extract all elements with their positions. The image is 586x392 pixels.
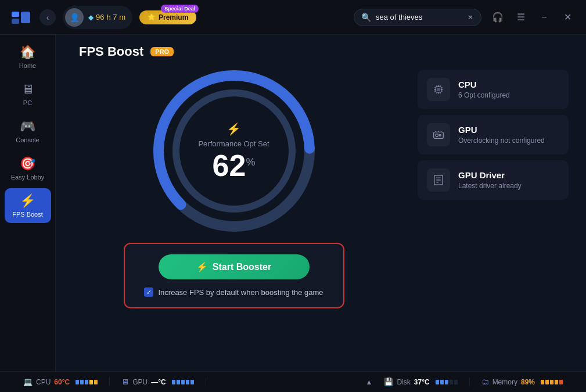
disk-status: 💾 Disk 37°C <box>372 377 469 386</box>
increase-fps-checkbox[interactable]: ✓ <box>144 287 153 297</box>
gpu-driver-card-content: GPU Driver Latest driver already <box>458 170 559 190</box>
booster-btn-icon: ⚡ <box>196 261 208 272</box>
pro-badge: PRO <box>150 47 174 56</box>
svg-point-24 <box>436 134 438 137</box>
points-value: 96 <box>96 13 104 21</box>
menu-button[interactable]: ☰ <box>512 8 530 27</box>
memory-status: 🗂 Memory 89% <box>470 377 574 386</box>
search-input[interactable] <box>376 13 463 21</box>
cpu-card-content: CPU 6 Opt configured <box>458 80 559 99</box>
booster-btn-label: Start Booster <box>213 262 271 272</box>
cpu-card-title: CPU <box>458 80 559 89</box>
gpu-status: 🖥 GPU —°C <box>110 377 206 386</box>
svg-rect-1 <box>12 19 19 24</box>
disk-status-label: Disk <box>397 378 410 386</box>
chevron-up-icon[interactable]: ▲ <box>366 378 373 386</box>
sidebar-item-console[interactable]: 🎮 Console <box>5 114 51 149</box>
minimize-button[interactable]: − <box>535 8 553 27</box>
premium-button[interactable]: Premium Special Deal <box>139 10 196 24</box>
start-booster-button[interactable]: ⚡ Start Booster <box>159 254 310 279</box>
diamond-icon: ◆ <box>88 13 94 21</box>
support-button[interactable]: 🎧 <box>488 8 507 27</box>
gpu-card-icon <box>427 123 450 146</box>
gpu-driver-card-subtitle: Latest driver already <box>458 182 559 190</box>
gpu-driver-card-title: GPU Driver <box>458 170 559 180</box>
page-title: FPS Boost <box>79 44 143 59</box>
gauge-unit: % <box>246 156 255 167</box>
cpu-status-icon: 💻 <box>23 377 33 386</box>
increase-fps-checkbox-row: ✓ Increase FPS by default when boosting … <box>144 287 323 297</box>
sidebar-item-pc[interactable]: 🖥 PC <box>5 77 51 112</box>
special-deal-badge: Special Deal <box>161 5 199 13</box>
sidebar-label-easy-lobby: Easy Lobby <box>11 174 44 181</box>
svg-rect-10 <box>437 88 440 91</box>
sidebar-item-easy-lobby[interactable]: 🎯 Easy Lobby <box>5 151 51 186</box>
gpu-card[interactable]: GPU Overclocking not configured <box>418 115 569 154</box>
points-unit: h 7 m <box>106 13 125 21</box>
gauge-label: Performance Opt Set <box>198 139 269 148</box>
disk-status-icon: 💾 <box>384 377 393 386</box>
sidebar-item-fps-boost[interactable]: ⚡ FPS Boost <box>5 188 51 223</box>
disk-bar-indicator <box>436 380 458 384</box>
statusbar: 💻 CPU 60°C 🖥 GPU —°C ▲ 💾 Disk 37°C <box>0 371 586 392</box>
search-icon: 🔍 <box>361 13 371 22</box>
bolt-icon: ⚡ <box>227 122 241 136</box>
memory-status-label: Memory <box>492 378 517 386</box>
user-points: ◆ 96 h 7 m <box>88 13 125 21</box>
sidebar-label-home: Home <box>19 62 36 69</box>
sidebar-item-home[interactable]: 🏠 Home <box>5 39 51 74</box>
memory-status-value: 89% <box>521 378 535 386</box>
content-area: ⚡ Performance Opt Set 62% ⚡ Start Booste… <box>56 64 586 308</box>
gpu-driver-card-icon <box>427 168 450 192</box>
pc-icon: 🖥 <box>21 82 34 97</box>
memory-status-icon: 🗂 <box>481 377 489 386</box>
status-middle: ▲ <box>206 378 373 386</box>
gpu-bar-indicator <box>172 380 194 384</box>
boost-section: ⚡ Start Booster ✓ Increase FPS by defaul… <box>124 243 344 308</box>
gpu-card-content: GPU Overclocking not configured <box>458 125 559 145</box>
cpu-card[interactable]: CPU 6 Opt configured <box>418 70 569 109</box>
right-panel: CPU 6 Opt configured GPU <box>418 64 569 200</box>
gpu-status-label: GPU <box>132 378 148 386</box>
sidebar: 🏠 Home 🖥 PC 🎮 Console 🎯 Easy Lobby ⚡ FPS… <box>0 35 56 371</box>
back-button[interactable]: ‹ <box>39 9 56 26</box>
main-content: FPS Boost PRO <box>56 35 586 371</box>
easy-lobby-icon: 🎯 <box>20 156 35 171</box>
gauge-section: ⚡ Performance Opt Set 62% ⚡ Start Booste… <box>67 64 400 308</box>
cpu-status-label: CPU <box>36 378 51 386</box>
search-bar: 🔍 ✕ <box>354 9 481 26</box>
sidebar-label-pc: PC <box>23 99 32 106</box>
cpu-bar-indicator <box>76 380 98 384</box>
gpu-card-subtitle: Overclocking not configured <box>458 136 559 145</box>
app-logo <box>9 6 33 29</box>
fps-boost-icon: ⚡ <box>20 193 35 208</box>
increase-fps-label: Increase FPS by default when boosting th… <box>158 288 323 297</box>
gauge-center: ⚡ Performance Opt Set 62% <box>198 122 269 181</box>
premium-label: Premium <box>159 13 188 21</box>
gauge-wrapper: ⚡ Performance Opt Set 62% <box>147 64 321 238</box>
boost-panel: ⚡ Start Booster ✓ Increase FPS by defaul… <box>124 243 344 308</box>
gpu-card-title: GPU <box>458 125 559 135</box>
memory-bar-indicator <box>541 380 563 384</box>
page-title-area: FPS Boost PRO <box>56 35 586 64</box>
svg-point-25 <box>439 135 441 136</box>
sidebar-label-fps-boost: FPS Boost <box>12 211 43 218</box>
close-button[interactable]: ✕ <box>558 8 577 27</box>
gpu-status-value: —°C <box>151 378 166 386</box>
home-icon: 🏠 <box>20 45 35 60</box>
cpu-status: 💻 CPU 60°C <box>12 377 110 386</box>
svg-rect-2 <box>21 12 30 23</box>
cpu-status-value: 60°C <box>54 378 70 386</box>
avatar: 👤 <box>65 8 84 27</box>
user-info: 👤 ◆ 96 h 7 m <box>63 6 132 29</box>
gpu-driver-card[interactable]: GPU Driver Latest driver already <box>418 160 569 200</box>
sidebar-label-console: Console <box>16 136 39 143</box>
cpu-card-subtitle: 6 Opt configured <box>458 91 559 99</box>
disk-status-value: 37°C <box>414 378 430 386</box>
search-clear-button[interactable]: ✕ <box>468 13 473 21</box>
gpu-status-icon: 🖥 <box>121 377 129 386</box>
svg-rect-0 <box>12 12 19 17</box>
titlebar: ‹ 👤 ◆ 96 h 7 m Premium Special Deal 🔍 ✕ … <box>0 0 586 35</box>
titlebar-actions: 🎧 ☰ − ✕ <box>488 8 577 27</box>
cpu-card-icon <box>427 78 450 101</box>
